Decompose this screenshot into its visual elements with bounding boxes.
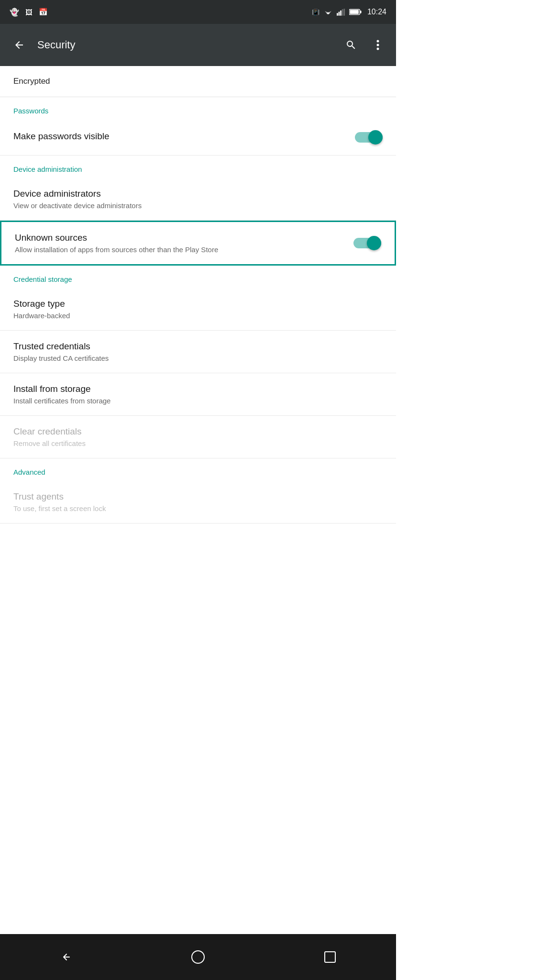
advanced-section-header: Advanced bbox=[0, 458, 396, 481]
status-bar-right: 📳 10:24 bbox=[312, 8, 386, 16]
page-title: Security bbox=[37, 39, 339, 51]
svg-rect-1 bbox=[339, 11, 340, 15]
svg-rect-7 bbox=[350, 10, 359, 14]
clear-credentials-subtitle: Remove all certificates bbox=[13, 439, 383, 447]
make-passwords-visible-toggle[interactable] bbox=[355, 130, 383, 145]
svg-rect-0 bbox=[337, 13, 338, 15]
unknown-sources-text: Unknown sources Allow installation of ap… bbox=[15, 233, 346, 254]
toolbar-actions bbox=[339, 33, 390, 57]
svg-point-9 bbox=[377, 44, 379, 46]
storage-type-item[interactable]: Storage type Hardware-backed bbox=[0, 288, 396, 331]
clear-credentials-text: Clear credentials Remove all certificate… bbox=[13, 426, 383, 447]
device-administrators-item[interactable]: Device administrators View or deactivate… bbox=[0, 178, 396, 221]
device-administrators-title: Device administrators bbox=[13, 189, 383, 199]
make-passwords-visible-title: Make passwords visible bbox=[13, 131, 347, 142]
search-button[interactable] bbox=[339, 33, 364, 57]
battery-icon bbox=[349, 9, 362, 15]
install-from-storage-title: Install from storage bbox=[13, 384, 383, 394]
svg-point-10 bbox=[377, 48, 379, 50]
app-icon-3: 📅 bbox=[38, 7, 48, 17]
trusted-credentials-item[interactable]: Trusted credentials Display trusted CA c… bbox=[0, 331, 396, 373]
app-icon-1: 👻 bbox=[10, 7, 19, 17]
trust-agents-subtitle: To use, first set a screen lock bbox=[13, 504, 383, 512]
credential-storage-section: Credential storage Storage type Hardware… bbox=[0, 266, 396, 458]
trusted-credentials-title: Trusted credentials bbox=[13, 341, 383, 352]
svg-rect-2 bbox=[340, 10, 342, 15]
toolbar: Security bbox=[0, 24, 396, 66]
toggle-thumb bbox=[368, 130, 383, 145]
signal-icon bbox=[337, 9, 345, 16]
install-from-storage-text: Install from storage Install certificate… bbox=[13, 384, 383, 405]
device-administrators-subtitle: View or deactivate device administrators bbox=[13, 201, 383, 210]
advanced-section: Advanced Trust agents To use, first set … bbox=[0, 458, 396, 523]
install-from-storage-subtitle: Install certificates from storage bbox=[13, 397, 383, 405]
more-options-button[interactable] bbox=[365, 33, 390, 57]
svg-rect-4 bbox=[343, 9, 345, 15]
unknown-sources-title: Unknown sources bbox=[15, 233, 346, 243]
encrypted-label: Encrypted bbox=[13, 77, 50, 86]
install-from-storage-item[interactable]: Install from storage Install certificate… bbox=[0, 373, 396, 416]
passwords-section-header: Passwords bbox=[0, 97, 396, 120]
unknown-toggle-thumb bbox=[367, 236, 381, 250]
settings-content: Encrypted Passwords Make passwords visib… bbox=[0, 66, 396, 571]
vibrate-icon: 📳 bbox=[312, 9, 320, 16]
trust-agents-text: Trust agents To use, first set a screen … bbox=[13, 491, 383, 512]
trust-agents-title: Trust agents bbox=[13, 491, 383, 502]
svg-rect-3 bbox=[342, 9, 343, 16]
make-passwords-visible-item[interactable]: Make passwords visible bbox=[0, 120, 396, 156]
unknown-sources-subtitle: Allow installation of apps from sources … bbox=[15, 245, 346, 254]
app-icon-2: 🖼 bbox=[24, 7, 33, 17]
unknown-sources-toggle[interactable] bbox=[353, 236, 381, 250]
make-passwords-visible-text: Make passwords visible bbox=[13, 131, 347, 144]
svg-rect-6 bbox=[360, 11, 362, 13]
status-bar-left: 👻 🖼 📅 bbox=[10, 7, 48, 17]
unknown-sources-item[interactable]: Unknown sources Allow installation of ap… bbox=[0, 221, 396, 266]
clear-credentials-item: Clear credentials Remove all certificate… bbox=[0, 416, 396, 458]
storage-type-text: Storage type Hardware-backed bbox=[13, 299, 383, 320]
device-administrators-text: Device administrators View or deactivate… bbox=[13, 189, 383, 210]
trust-agents-item: Trust agents To use, first set a screen … bbox=[0, 481, 396, 523]
back-button[interactable] bbox=[6, 32, 33, 58]
trusted-credentials-text: Trusted credentials Display trusted CA c… bbox=[13, 341, 383, 362]
passwords-section: Passwords Make passwords visible bbox=[0, 97, 396, 156]
clear-credentials-title: Clear credentials bbox=[13, 426, 383, 437]
device-administration-header: Device administration bbox=[0, 156, 396, 178]
svg-point-8 bbox=[377, 40, 379, 43]
storage-type-title: Storage type bbox=[13, 299, 383, 309]
trusted-credentials-subtitle: Display trusted CA certificates bbox=[13, 354, 383, 362]
status-time: 10:24 bbox=[367, 8, 386, 16]
status-bar: 👻 🖼 📅 📳 10:24 bbox=[0, 0, 396, 24]
credential-storage-header: Credential storage bbox=[0, 266, 396, 288]
encrypted-row: Encrypted bbox=[0, 66, 396, 97]
wifi-icon bbox=[323, 9, 333, 16]
storage-type-subtitle: Hardware-backed bbox=[13, 312, 383, 320]
device-administration-section: Device administration Device administrat… bbox=[0, 156, 396, 266]
